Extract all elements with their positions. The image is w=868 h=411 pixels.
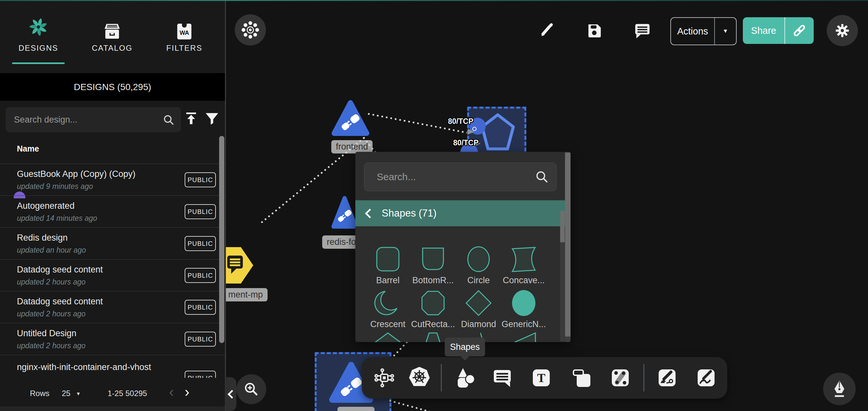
pen-arrow-tool-icon[interactable] <box>657 368 678 388</box>
tab-filters[interactable]: WA FILTERS <box>153 0 215 73</box>
copy-link-icon[interactable] <box>785 17 814 44</box>
column-header-name: Name <box>17 144 39 153</box>
node-redis[interactable] <box>330 193 359 233</box>
node-pentagon-service[interactable] <box>480 113 515 153</box>
sidebar-panel-header: DESIGNS (50,295) <box>0 73 225 101</box>
design-updated: updated an hour ago <box>17 246 86 255</box>
share-button[interactable]: Share <box>743 17 814 44</box>
kubernetes-icon[interactable] <box>408 366 429 387</box>
save-icon[interactable] <box>586 22 603 40</box>
design-row[interactable]: Redis design updated an hour ago PUBLIC <box>0 227 225 260</box>
zoom-in-icon <box>243 381 260 398</box>
node-comment[interactable] <box>225 246 254 286</box>
design-name: GuestBook App (Copy) (Copy) <box>17 169 135 179</box>
actions-button[interactable]: Actions ▼ <box>670 17 737 45</box>
next-page-button[interactable]: › <box>185 384 189 400</box>
node-label-redis: redis-fo <box>322 235 361 249</box>
shape-item-bottomround[interactable]: BottomR... <box>411 245 456 286</box>
design-row[interactable]: Datadog seed content updated 2 hours ago… <box>0 291 225 323</box>
rows-per-page-select[interactable]: 25 ▼ <box>62 389 81 398</box>
sidebar-collapse-handle[interactable] <box>225 377 236 411</box>
toolbar-divider <box>441 364 442 391</box>
design-name: Datadog seed content <box>17 265 103 275</box>
shape-concave-icon <box>510 245 537 273</box>
node-frontend[interactable] <box>330 97 371 141</box>
design-search-input[interactable] <box>13 108 158 132</box>
sidebar-bottom-strip <box>0 406 225 411</box>
note-tool-icon[interactable] <box>571 368 592 388</box>
shapes-category-title: Shapes (71) <box>382 207 437 219</box>
tab-filters-label: FILTERS <box>153 43 215 53</box>
zoom-in-button[interactable] <box>236 374 266 404</box>
tab-catalog[interactable]: CATALOG <box>81 0 143 73</box>
shapes-list-scroll-thumb[interactable] <box>560 211 565 242</box>
shapes-tool-icon[interactable] <box>455 368 475 388</box>
actions-caret-icon[interactable]: ▼ <box>715 18 736 45</box>
design-updated: updated 2 hours ago <box>17 278 86 287</box>
cluster-dots-icon <box>241 21 259 39</box>
actions-button-label: Actions <box>671 18 715 45</box>
design-row[interactable]: GuestBook App (Copy) (Copy) updated 9 mi… <box>0 164 225 196</box>
shape-circle-icon <box>465 245 492 273</box>
design-row[interactable]: Datadog seed content updated 2 hours ago… <box>0 259 225 291</box>
shape-item-genericnode[interactable]: GenericN... <box>501 289 546 329</box>
shape-item-diamond[interactable]: Diamond <box>456 289 501 329</box>
edge-label-tcp-1: 80/TCP <box>448 117 473 126</box>
shape-item-barrel[interactable]: Barrel <box>365 245 410 286</box>
search-icon <box>163 114 175 127</box>
pen-nib-icon <box>831 380 848 398</box>
canvas-toolbar: T <box>362 357 727 399</box>
svg-text:WA: WA <box>180 30 189 36</box>
shape-item-partial[interactable] <box>365 332 410 342</box>
shapes-category-header[interactable]: Shapes (71) <box>355 200 565 226</box>
shape-item-concave[interactable]: Concave... <box>501 245 546 286</box>
node-label-frontend: frontend <box>331 140 373 153</box>
design-row[interactable]: Autogenerated updated 14 minutes ago PUB… <box>0 196 225 228</box>
filter-designs-button[interactable] <box>205 111 219 127</box>
edit-pencil-icon[interactable] <box>538 22 555 40</box>
toolbar-divider <box>643 364 644 391</box>
catalog-archive-icon <box>103 23 121 42</box>
link-tool-icon[interactable] <box>610 368 631 388</box>
text-tool-icon[interactable]: T <box>531 368 552 388</box>
shapes-search-input[interactable] <box>376 163 530 191</box>
port-dot <box>472 127 476 131</box>
cluster-wheel-button[interactable] <box>235 14 266 46</box>
shapes-search-box <box>364 163 557 191</box>
sidebar-canvas-divider <box>225 0 226 411</box>
comment-tool-icon[interactable] <box>492 368 513 388</box>
visibility-badge: PUBLIC <box>185 204 216 219</box>
visibility-badge: PUBLIC <box>185 172 216 187</box>
freehand-tool-icon[interactable] <box>696 368 716 388</box>
tab-catalog-label: CATALOG <box>81 43 143 53</box>
components-circuit-icon[interactable] <box>374 368 395 388</box>
design-row[interactable]: Untitled Design updated 2 hours ago PUBL… <box>0 323 225 355</box>
visibility-badge: PUBLIC <box>185 236 216 251</box>
import-design-button[interactable] <box>183 111 199 127</box>
comments-icon[interactable] <box>633 22 651 41</box>
panel-scrollbar-end <box>565 336 570 342</box>
panel-scrollbar[interactable] <box>565 152 570 336</box>
shape-item-circle[interactable]: Circle <box>456 245 501 286</box>
shape-item-partial[interactable] <box>501 332 546 342</box>
prev-page-button[interactable]: ‹ <box>169 384 174 400</box>
node-label-comment: ment-mp <box>224 288 268 301</box>
search-icon <box>535 170 549 185</box>
shape-item-crescent[interactable]: Crescent <box>365 289 410 329</box>
tab-designs[interactable]: DESIGNS <box>7 0 69 73</box>
design-search-box <box>6 107 181 132</box>
shape-item-cutrectangle[interactable]: CutRecta... <box>411 289 456 329</box>
design-updated: updated 2 hours ago <box>17 310 86 318</box>
shape-diamond-icon <box>465 289 492 317</box>
gear-icon <box>834 22 851 39</box>
settings-button[interactable] <box>827 15 858 46</box>
sidebar-scrollbar[interactable] <box>219 136 224 343</box>
edge-label-tcp-2: 80/TCP <box>453 139 478 147</box>
pen-nib-fab[interactable] <box>823 373 856 405</box>
shapes-tooltip: Shapes <box>445 337 485 356</box>
visibility-badge: PUBLIC <box>185 332 216 347</box>
filters-wasm-icon: WA <box>175 22 194 42</box>
active-tab-underline <box>12 62 65 64</box>
tooltip-arrow <box>460 356 470 365</box>
chevron-left-icon <box>227 390 236 399</box>
